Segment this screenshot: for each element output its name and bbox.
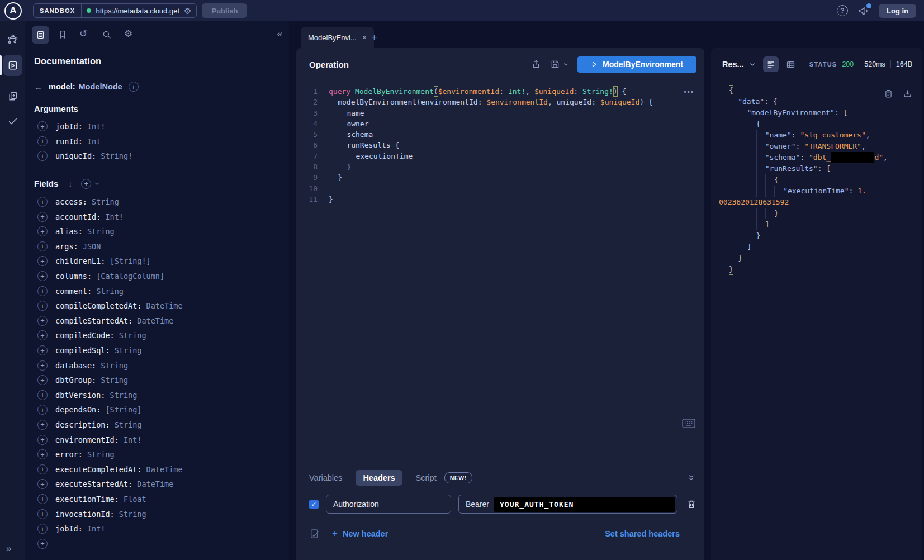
endpoint-url-segment[interactable]: https://metadata.cloud.get ⚙: [82, 4, 196, 17]
sort-fields-icon[interactable]: ↓: [68, 179, 72, 188]
field-row[interactable]: +environmentId: Int!: [34, 432, 280, 447]
operation-collections-icon[interactable]: [7, 91, 18, 102]
field-row[interactable]: +database: String: [34, 358, 280, 373]
run-operation-button[interactable]: ModelByEnvironment: [577, 56, 696, 73]
field-row[interactable]: +invocationId: String: [34, 506, 280, 521]
field-row[interactable]: +childrenL1: [String!]: [34, 254, 280, 269]
saved-operations-bookmark-icon[interactable]: [58, 30, 68, 40]
add-field-icon[interactable]: +: [37, 136, 48, 146]
add-all-fields-control[interactable]: +: [81, 179, 100, 189]
field-row[interactable]: +dbtGroup: String: [34, 373, 280, 388]
endpoint-url-group[interactable]: SANDBOX https://metadata.cloud.get ⚙: [33, 3, 197, 18]
field-row[interactable]: +dbtVersion: String: [34, 388, 280, 403]
add-field-icon[interactable]: +: [37, 390, 48, 400]
field-row[interactable]: +compileCompletedAt: DateTime: [34, 298, 280, 314]
add-field-icon[interactable]: +: [37, 241, 48, 251]
request-tab-script[interactable]: Script: [416, 473, 437, 482]
back-arrow-icon[interactable]: ←: [34, 82, 42, 92]
field-row[interactable]: +compiledCode: String: [34, 328, 280, 343]
field-row[interactable]: +accountId: Int!: [34, 209, 280, 224]
explorer-nav-icon[interactable]: [3, 55, 22, 76]
chevron-down-icon[interactable]: [94, 181, 100, 187]
endpoint-url-input[interactable]: https://metadata.cloud.get: [96, 7, 179, 15]
field-row[interactable]: +executionTime: Float: [34, 492, 280, 507]
add-field-icon[interactable]: +: [37, 479, 48, 489]
add-field-icon[interactable]: +: [37, 286, 48, 296]
documentation-tab-icon[interactable]: [32, 26, 49, 44]
download-response-icon[interactable]: [903, 89, 912, 98]
field-row[interactable]: +runId: Int: [34, 134, 280, 149]
add-field-icon[interactable]: +: [37, 375, 48, 385]
save-menu-chevron-icon[interactable]: [563, 61, 568, 67]
field-row[interactable]: +jobId: Int!: [34, 119, 280, 134]
field-row[interactable]: +description: String: [34, 417, 280, 433]
add-field-icon[interactable]: +: [37, 405, 48, 415]
add-field-icon[interactable]: +: [37, 464, 48, 474]
add-field-icon[interactable]: +: [37, 360, 48, 371]
copy-response-icon[interactable]: [884, 89, 893, 98]
preflight-script-icon[interactable]: [309, 528, 320, 539]
field-row[interactable]: +executeCompletedAt: DateTime: [34, 462, 280, 477]
add-field-icon[interactable]: +: [37, 345, 48, 355]
collapse-panel-icon[interactable]: [687, 473, 695, 482]
apollo-logo[interactable]: A: [4, 2, 22, 20]
add-field-icon[interactable]: +: [37, 539, 48, 549]
response-dropdown-label[interactable]: Res...: [722, 60, 744, 69]
login-button[interactable]: Log in: [879, 4, 916, 18]
share-operation-icon[interactable]: [531, 59, 541, 69]
field-row[interactable]: +args: JSON: [34, 239, 280, 254]
header-value-token[interactable]: YOUR_AUTH_TOKEN: [494, 497, 675, 512]
field-row[interactable]: +access: String: [34, 194, 280, 210]
field-row[interactable]: +columns: [CatalogColumn]: [34, 269, 280, 284]
delete-header-icon[interactable]: [686, 499, 696, 509]
field-row[interactable]: +compileStartedAt: DateTime: [34, 314, 280, 329]
add-field-icon[interactable]: +: [37, 121, 48, 131]
add-field-icon[interactable]: +: [37, 435, 48, 445]
add-fields-icon[interactable]: +: [81, 179, 91, 189]
add-field-icon[interactable]: +: [37, 449, 48, 459]
field-row[interactable]: +executeStartedAt: DateTime: [34, 477, 280, 492]
header-value-field[interactable]: Bearer YOUR_AUTH_TOKEN: [458, 495, 677, 514]
request-tab-variables[interactable]: Variables: [309, 473, 342, 482]
save-operation-control[interactable]: [550, 59, 568, 69]
add-field-icon[interactable]: +: [37, 271, 48, 281]
collapse-docs-icon[interactable]: «: [277, 29, 282, 40]
checks-icon[interactable]: [7, 115, 18, 126]
add-field-icon[interactable]: +: [37, 420, 48, 430]
add-field-icon[interactable]: +: [37, 509, 48, 519]
add-field-icon[interactable]: +: [37, 316, 48, 326]
add-field-icon[interactable]: +: [37, 301, 48, 311]
request-tab-headers[interactable]: Headers: [356, 470, 402, 486]
response-dropdown-chevron-icon[interactable]: [749, 61, 756, 68]
field-row[interactable]: +alias: String: [34, 224, 280, 239]
header-enabled-checkbox[interactable]: ✓: [309, 500, 319, 509]
field-row[interactable]: +comment: String: [34, 283, 280, 298]
field-row[interactable]: +jobId: Int!: [34, 521, 280, 537]
new-header-button[interactable]: + New header: [332, 528, 388, 539]
add-field-icon[interactable]: +: [37, 226, 48, 236]
add-field-icon[interactable]: +: [37, 330, 48, 340]
field-row[interactable]: +compiledSql: String: [34, 343, 280, 358]
operation-tab[interactable]: ModelByEnvi... ×: [301, 27, 374, 48]
add-field-icon[interactable]: +: [37, 524, 48, 534]
announcements-button[interactable]: [858, 5, 870, 17]
add-field-icon[interactable]: +: [37, 256, 48, 266]
history-icon[interactable]: ↺: [79, 28, 87, 40]
keyboard-shortcuts-icon[interactable]: [682, 419, 695, 428]
format-table-toggle-icon[interactable]: [786, 60, 795, 69]
graphql-editor[interactable]: 1query ModelByEnvironment($environmentId…: [296, 80, 704, 463]
header-key-input[interactable]: [326, 495, 451, 514]
add-field-icon[interactable]: +: [37, 212, 48, 222]
search-icon[interactable]: [102, 30, 112, 40]
field-row[interactable]: +error: String: [34, 447, 280, 462]
format-raw-toggle-icon[interactable]: [763, 56, 779, 72]
editor-options-icon[interactable]: •••: [684, 88, 694, 96]
help-icon[interactable]: ?: [837, 5, 848, 16]
new-tab-button[interactable]: +: [371, 31, 377, 44]
add-field-icon[interactable]: +: [37, 197, 48, 207]
breadcrumb-type[interactable]: ModelNode: [79, 82, 122, 91]
settings-gear-icon[interactable]: ⚙: [124, 28, 132, 40]
endpoint-settings-gear-icon[interactable]: ⚙: [184, 7, 191, 15]
expand-rail-icon[interactable]: »: [6, 543, 11, 554]
add-field-icon[interactable]: +: [37, 151, 48, 161]
